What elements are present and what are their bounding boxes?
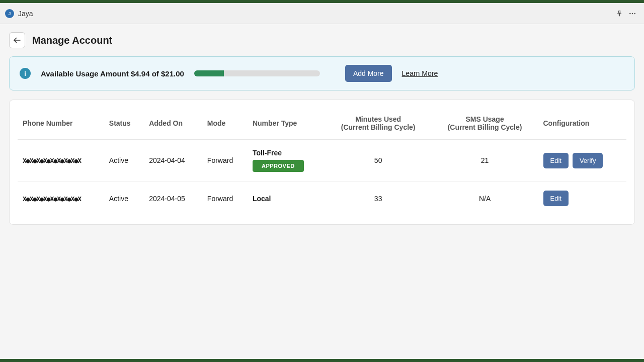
th-mode: Mode — [202, 104, 248, 140]
usage-progress-fill — [194, 70, 224, 76]
verify-button[interactable]: Verify — [573, 153, 603, 168]
avatar: J — [5, 9, 14, 18]
cell-mode: Forward — [202, 182, 248, 216]
numbers-table: Phone Number Status Added On Mode Number… — [18, 104, 626, 215]
info-icon: i — [20, 68, 31, 79]
th-config: Configuration — [538, 104, 627, 140]
cell-added: 2024-04-05 — [144, 182, 202, 216]
browser-chrome-bottom — [0, 359, 644, 362]
cell-sms: 21 — [432, 140, 538, 182]
th-added: Added On — [144, 104, 202, 140]
th-minutes: Minutes Used (Current Billing Cycle) — [325, 104, 432, 140]
cell-minutes: 33 — [325, 182, 432, 216]
cell-minutes: 50 — [325, 140, 432, 182]
app-bar: J Jaya — [0, 3, 644, 24]
table-header-row: Phone Number Status Added On Mode Number… — [18, 104, 626, 140]
page-body: Manage Account i Available Usage Amount … — [0, 24, 644, 234]
numtype-label: Local — [253, 195, 320, 203]
usage-amount-used: $4.94 — [131, 69, 150, 78]
cell-status: Active — [104, 182, 144, 216]
usage-amount-total: $21.00 — [161, 69, 184, 78]
app-title: Jaya — [18, 10, 33, 18]
page-header: Manage Account — [9, 32, 635, 48]
th-phone: Phone Number — [18, 104, 104, 140]
table-row: X●X●X●X●X●X●X●X●XActive2024-04-04Forward… — [18, 140, 626, 182]
phone-mask: X●X●X●X●X●X●X●X●X — [23, 157, 81, 164]
more-icon[interactable] — [626, 7, 639, 20]
usage-progress — [194, 70, 320, 76]
edit-button[interactable]: Edit — [543, 191, 569, 206]
cell-numtype: Toll-FreeAPPROVED — [248, 140, 325, 182]
approved-badge: APPROVED — [253, 160, 304, 172]
cell-added: 2024-04-04 — [144, 140, 202, 182]
back-button[interactable] — [9, 32, 25, 48]
cell-mode: Forward — [202, 140, 248, 182]
numtype-label: Toll-Free — [253, 149, 320, 157]
svg-point-0 — [629, 13, 631, 14]
cell-sms: N/A — [432, 182, 538, 216]
learn-more-link[interactable]: Learn More — [402, 69, 438, 77]
phone-mask: X●X●X●X●X●X●X●X●X — [23, 195, 81, 203]
page-title: Manage Account — [32, 35, 112, 46]
pin-icon[interactable] — [613, 7, 626, 20]
usage-label-prefix: Available Usage Amount — [41, 69, 131, 78]
usage-text: Available Usage Amount $4.94 of $21.00 — [41, 69, 184, 78]
edit-button[interactable]: Edit — [543, 153, 569, 168]
svg-point-1 — [632, 13, 633, 14]
th-sms: SMS Usage (Current Billing Cycle) — [432, 104, 538, 140]
avatar-text: J — [9, 11, 11, 16]
arrow-left-icon — [13, 36, 22, 45]
cell-config: EditVerify — [538, 140, 627, 182]
th-numtype: Number Type — [248, 104, 325, 140]
table-row: X●X●X●X●X●X●X●X●XActive2024-04-05Forward… — [18, 182, 626, 216]
add-more-button[interactable]: Add More — [345, 65, 392, 82]
cell-numtype: Local — [248, 182, 325, 216]
numbers-table-card: Phone Number Status Added On Mode Number… — [9, 100, 635, 225]
cell-config: Edit — [538, 182, 627, 216]
usage-banner: i Available Usage Amount $4.94 of $21.00… — [9, 56, 635, 90]
svg-point-2 — [634, 13, 635, 14]
cell-status: Active — [104, 140, 144, 182]
th-status: Status — [104, 104, 144, 140]
usage-of: of — [149, 69, 161, 78]
